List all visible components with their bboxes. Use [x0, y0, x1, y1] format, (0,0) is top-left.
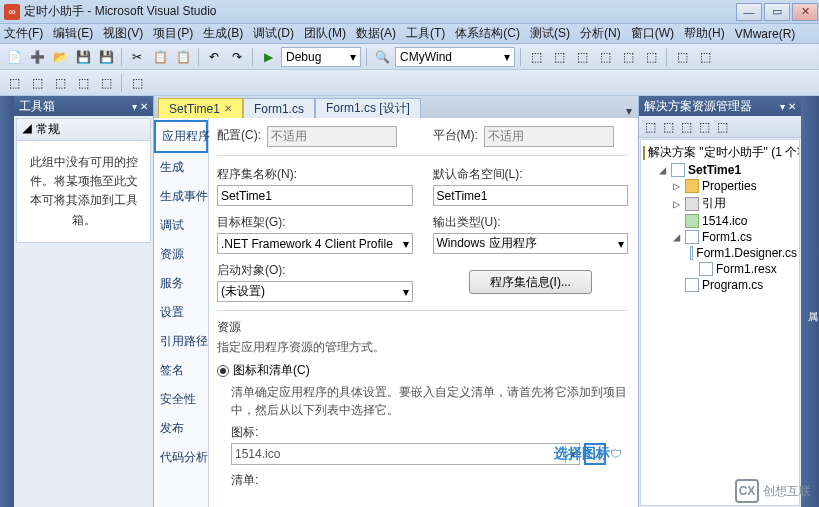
save-all-icon[interactable]: 💾 [96, 47, 116, 67]
tb-icon-7[interactable]: ⬚ [672, 47, 692, 67]
tree-project[interactable]: ◢SetTime1 [643, 162, 797, 178]
expand-icon[interactable]: ◢ [657, 163, 668, 177]
radio-icon-manifest[interactable]: 图标和清单(C) [217, 362, 628, 379]
start-debug-icon[interactable]: ▶ [258, 47, 278, 67]
menu-vmware[interactable]: VMware(R) [735, 27, 796, 41]
nav-debug[interactable]: 调试 [154, 211, 208, 240]
tab-overflow-icon[interactable]: ▾ [620, 104, 638, 118]
menu-window[interactable]: 窗口(W) [631, 25, 674, 42]
tree-references[interactable]: ▷引用 [643, 194, 797, 213]
save-icon[interactable]: 💾 [73, 47, 93, 67]
tab-form1design[interactable]: Form1.cs [设计] [315, 98, 421, 118]
nav-refpaths[interactable]: 引用路径 [154, 327, 208, 356]
nav-services[interactable]: 服务 [154, 269, 208, 298]
tb-icon-4[interactable]: ⬚ [595, 47, 615, 67]
references-icon [685, 197, 699, 211]
expand-icon[interactable]: ▷ [671, 179, 682, 193]
sol-tb-icon[interactable]: ⬚ [678, 119, 694, 135]
tab-settime1[interactable]: SetTime1✕ [158, 98, 243, 118]
left-dock-strip[interactable] [0, 96, 14, 507]
config-combo[interactable]: Debug▾ [281, 47, 361, 67]
tb2-icon-4[interactable]: ⬚ [73, 73, 93, 93]
tb-icon-1[interactable]: ⬚ [526, 47, 546, 67]
nav-build[interactable]: 生成 [154, 153, 208, 182]
menu-arch[interactable]: 体系结构(C) [455, 25, 520, 42]
pin-icon[interactable]: ▾ ✕ [780, 101, 796, 112]
nav-signing[interactable]: 签名 [154, 356, 208, 385]
menu-analyze[interactable]: 分析(N) [580, 25, 621, 42]
add-item-icon[interactable]: ➕ [27, 47, 47, 67]
tree-designer[interactable]: Form1.Designer.cs [643, 245, 797, 261]
redo-icon[interactable]: ↷ [227, 47, 247, 67]
minimize-button[interactable]: — [736, 3, 762, 21]
asmname-input[interactable] [217, 185, 413, 206]
solution-title-bar[interactable]: 解决方案资源管理器 ▾ ✕ [639, 96, 801, 116]
find-icon[interactable]: 🔍 [372, 47, 392, 67]
targetfw-select[interactable]: .NET Framework 4 Client Profile▾ [217, 233, 413, 254]
maximize-button[interactable]: ▭ [764, 3, 790, 21]
app-icon: ∞ [4, 4, 20, 20]
close-button[interactable]: ✕ [792, 3, 818, 21]
new-project-icon[interactable]: 📄 [4, 47, 24, 67]
toolbox-group-header[interactable]: ◢ 常规 [17, 119, 150, 141]
tb-icon-3[interactable]: ⬚ [572, 47, 592, 67]
nav-settings[interactable]: 设置 [154, 298, 208, 327]
tree-program[interactable]: Program.cs [643, 277, 797, 293]
tree-form1[interactable]: ◢Form1.cs [643, 229, 797, 245]
expand-icon[interactable]: ▷ [671, 197, 682, 211]
tree-ico[interactable]: 1514.ico [643, 213, 797, 229]
icon-select[interactable]: 1514.ico ▾ [231, 443, 580, 465]
sol-tb-icon[interactable]: ⬚ [714, 119, 730, 135]
sol-tb-icon[interactable]: ⬚ [642, 119, 658, 135]
undo-icon[interactable]: ↶ [204, 47, 224, 67]
tb-icon-8[interactable]: ⬚ [695, 47, 715, 67]
nav-codeanalysis[interactable]: 代码分析 [154, 443, 208, 472]
nav-publish[interactable]: 发布 [154, 414, 208, 443]
tb-icon-5[interactable]: ⬚ [618, 47, 638, 67]
menu-view[interactable]: 视图(V) [103, 25, 143, 42]
tb2-icon-6[interactable]: ⬚ [127, 73, 147, 93]
tree-solution-root[interactable]: 解决方案 "定时小助手" (1 个项目) [643, 143, 797, 162]
tb2-icon-2[interactable]: ⬚ [27, 73, 47, 93]
tb-icon-2[interactable]: ⬚ [549, 47, 569, 67]
sol-tb-icon[interactable]: ⬚ [696, 119, 712, 135]
tb2-icon-1[interactable]: ⬚ [4, 73, 24, 93]
nav-security[interactable]: 安全性 [154, 385, 208, 414]
paste-icon[interactable]: 📋 [173, 47, 193, 67]
menu-build[interactable]: 生成(B) [203, 25, 243, 42]
menu-debug[interactable]: 调试(D) [253, 25, 294, 42]
menu-file[interactable]: 文件(F) [4, 25, 43, 42]
tb-icon-6[interactable]: ⬚ [641, 47, 661, 67]
tb2-icon-5[interactable]: ⬚ [96, 73, 116, 93]
menu-data[interactable]: 数据(A) [356, 25, 396, 42]
tab-form1cs[interactable]: Form1.cs [243, 98, 315, 118]
copy-icon[interactable]: 📋 [150, 47, 170, 67]
menu-help[interactable]: 帮助(H) [684, 25, 725, 42]
menu-team[interactable]: 团队(M) [304, 25, 346, 42]
defns-input[interactable] [433, 185, 629, 206]
menu-edit[interactable]: 编辑(E) [53, 25, 93, 42]
nav-application[interactable]: 应用程序 [154, 120, 208, 153]
right-dock-strip[interactable]: 属 [801, 96, 819, 507]
menu-test[interactable]: 测试(S) [530, 25, 570, 42]
assembly-info-button[interactable]: 程序集信息(I)... [469, 270, 592, 294]
tree-resx[interactable]: Form1.resx [643, 261, 797, 277]
sol-tb-icon[interactable]: ⬚ [660, 119, 676, 135]
target-combo[interactable]: CMyWind▾ [395, 47, 515, 67]
resx-icon [699, 262, 713, 276]
tree-label: SetTime1 [688, 163, 741, 177]
startup-select[interactable]: (未设置)▾ [217, 281, 413, 302]
expand-icon[interactable]: ◢ [671, 230, 682, 244]
menu-tools[interactable]: 工具(T) [406, 25, 445, 42]
pin-icon[interactable]: ▾ ✕ [132, 101, 148, 112]
cut-icon[interactable]: ✂ [127, 47, 147, 67]
tree-properties[interactable]: ▷Properties [643, 178, 797, 194]
tab-close-icon[interactable]: ✕ [224, 103, 232, 114]
open-icon[interactable]: 📂 [50, 47, 70, 67]
outtype-select[interactable]: Windows 应用程序▾ [433, 233, 629, 254]
menu-project[interactable]: 项目(P) [153, 25, 193, 42]
nav-resources[interactable]: 资源 [154, 240, 208, 269]
nav-buildevents[interactable]: 生成事件 [154, 182, 208, 211]
tb2-icon-3[interactable]: ⬚ [50, 73, 70, 93]
toolbox-title-bar[interactable]: 工具箱 ▾ ✕ [14, 96, 153, 116]
